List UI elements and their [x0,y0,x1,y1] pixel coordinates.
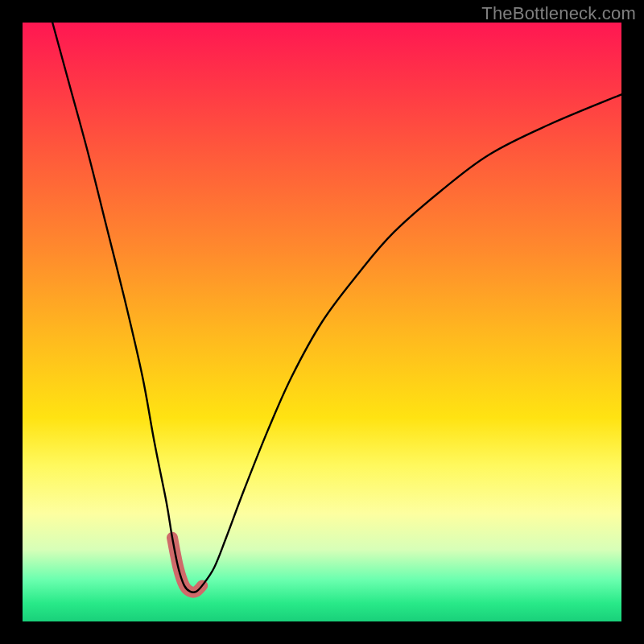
watermark-text: TheBottleneck.com [481,3,636,24]
plot-area [23,23,621,621]
chart-stage: TheBottleneck.com [0,0,644,644]
bottleneck-curve [52,23,621,592]
bottleneck-curve-svg [23,23,621,621]
